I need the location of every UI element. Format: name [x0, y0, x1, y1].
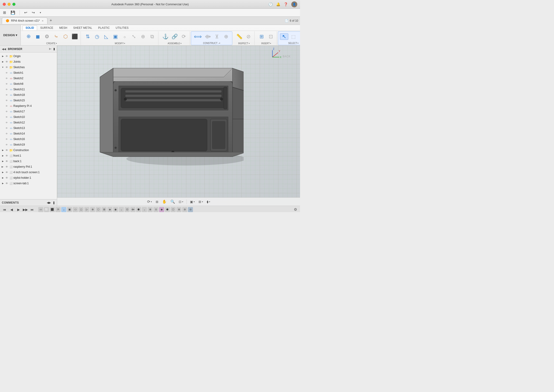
assemble-motion-button[interactable]: ⟳ [180, 34, 188, 40]
play-button[interactable]: ▶ [16, 207, 21, 212]
browser-item-back-1[interactable]: ▶ 👁 ⬜ back:1 [0, 158, 57, 164]
tab-utilities[interactable]: UTILITIES [113, 26, 131, 30]
origin-eye[interactable]: 👁 [5, 55, 9, 58]
create-box-button[interactable]: ⬛ [70, 34, 79, 40]
sketch11-eye[interactable]: 👁 [5, 88, 9, 91]
pb-action-20[interactable]: ⊗ [148, 207, 153, 212]
rewind-to-start-button[interactable]: ⏮ [2, 207, 7, 212]
pb-action-16[interactable]: ⊡ [125, 207, 130, 212]
pb-action-21[interactable]: ⊙ [153, 207, 159, 212]
construction-eye[interactable]: 👁 [5, 149, 9, 152]
zoom-fit-button[interactable]: ⊡ ▾ [177, 199, 185, 204]
comments-label[interactable]: COMMENTS [2, 201, 19, 204]
modify-group-label[interactable]: MODIFY ▾ [115, 42, 125, 45]
tab-solid[interactable]: SOLID [23, 25, 37, 30]
maximize-button[interactable] [13, 3, 15, 6]
browser-item-sketch13[interactable]: 👁 ▭ Sketch13 [0, 125, 57, 131]
close-button[interactable] [3, 3, 6, 6]
select-button[interactable]: ↖ [280, 33, 288, 40]
construct-midplane-button[interactable]: ⊻ [213, 34, 221, 40]
pb-action-4[interactable]: ⟳ [55, 207, 61, 212]
pb-action-2[interactable]: ⬜ [44, 207, 49, 212]
pb-action-13[interactable]: ◈ [107, 207, 112, 212]
inspect-interference-button[interactable]: ⊘ [244, 34, 253, 40]
joints-eye[interactable]: 👁 [5, 60, 9, 63]
browser-item-screen-tab-1[interactable]: ▶ 👁 ⬜ screen-tab:1 [0, 181, 57, 186]
pb-action-9[interactable]: ▷ [84, 207, 89, 212]
assemble-group-label[interactable]: ASSEMBLE ▾ [168, 42, 181, 45]
create-sweep-button[interactable]: ⤷ [52, 34, 60, 40]
browser-item-raspberry-pi4[interactable]: 👁 ▭ Raspberry Pi 4 [0, 103, 57, 109]
redo-button[interactable]: ↪ [31, 10, 36, 15]
zoom-button[interactable]: 🔍 [169, 199, 176, 204]
inspect-group-label[interactable]: INSPECT ▾ [238, 42, 249, 45]
design-menu-button[interactable]: DESIGN ▾ [0, 25, 21, 45]
sketch14-eye[interactable]: 👁 [5, 133, 9, 135]
modify-press-pull-button[interactable]: ⇅ [83, 34, 92, 40]
browser-item-sketch2[interactable]: 👁 ▭ Sketch2 [0, 76, 57, 81]
create-group-label[interactable]: CREATE ▾ [46, 42, 57, 45]
undo-button[interactable]: ↩ [23, 10, 28, 15]
help-icon[interactable]: ❓ [284, 2, 288, 7]
modify-fillet-button[interactable]: ◷ [93, 34, 101, 40]
construct-offset-plane-button[interactable]: ⟺ [193, 33, 203, 40]
browser-item-sketch14[interactable]: 👁 ▭ Sketch14 [0, 131, 57, 136]
construct-angle-plane-button[interactable]: ⟴ [204, 34, 212, 40]
pb-action-14[interactable]: ◉ [113, 207, 118, 212]
create-new-component-button[interactable]: ⊕ [24, 33, 33, 40]
browser-item-sketch8[interactable]: 👁 ▭ Sketch8 [0, 81, 57, 87]
sketch13-eye[interactable]: 👁 [5, 127, 9, 129]
construct-group-label[interactable]: CONSTRUCT - ▾ [203, 42, 220, 44]
save-button[interactable]: 💾 [9, 10, 16, 15]
orbit-button[interactable]: ⟳ ▾ [146, 199, 153, 204]
construct-axis-button[interactable]: ⊕ [222, 34, 230, 40]
browser-item-touchscreen-1[interactable]: ▶ 👁 ⬜ 4 inch touch screen:1 [0, 169, 57, 175]
browser-item-sketch19[interactable]: 👁 ▭ Sketch19 [0, 142, 57, 147]
pb-action-6[interactable]: ▣ [67, 207, 72, 212]
pb-action-12[interactable]: ⊞ [102, 207, 107, 212]
browser-back-icon[interactable]: ◀◀ [2, 48, 6, 51]
fast-forward-button[interactable]: ⏭ [29, 207, 35, 212]
tab-close-button[interactable]: ✕ [42, 20, 43, 22]
active-tab[interactable]: 🟠 RPi4 4inch screen v21* ✕ [2, 18, 48, 24]
step-back-button[interactable]: ◀ [9, 207, 14, 212]
browser-item-sketches[interactable]: ▼ 👁 📁 Sketches [0, 64, 57, 70]
sketch8-eye[interactable]: 👁 [5, 83, 9, 85]
pb-action-15[interactable]: ⬦ [119, 207, 124, 212]
tab-plastic[interactable]: PLASTIC [95, 26, 112, 30]
pan-button[interactable]: ✋ [161, 199, 168, 204]
step-forward-button[interactable]: ▶▶ [23, 207, 28, 212]
browser-item-origin[interactable]: ▶ 👁 📁 Origin [0, 53, 57, 59]
minimize-button[interactable] [7, 3, 11, 6]
pb-action-7[interactable]: ⬭ [73, 207, 78, 212]
window-select-button[interactable]: ⧈ [298, 34, 300, 39]
sketch19-eye[interactable]: 👁 [5, 143, 9, 146]
back-1-eye[interactable]: 👁 [5, 160, 9, 163]
front-1-eye[interactable]: 👁 [5, 154, 9, 157]
stylist-1-eye[interactable]: 👁 [5, 176, 9, 179]
touchscreen-1-eye[interactable]: 👁 [5, 171, 9, 174]
sketch2-eye[interactable]: 👁 [5, 77, 9, 80]
redo-dropdown-button[interactable]: ▼ [38, 11, 43, 14]
pb-action-18[interactable]: ⬣ [136, 207, 141, 212]
browser-item-construction[interactable]: ▶ 👁 📁 Construction [0, 147, 57, 153]
pb-action-19[interactable]: ⬩ [142, 207, 147, 212]
browser-item-sketch1[interactable]: 👁 ▭ Sketch1 [0, 70, 57, 76]
browser-item-sketch10[interactable]: 👁 ▭ Sketch10 [0, 114, 57, 120]
browser-item-sketch11[interactable]: 👁 ▭ Sketch11 [0, 87, 57, 92]
browser-item-sketch17[interactable]: 👁 ▭ Sketch17 [0, 109, 57, 114]
pb-action-27[interactable]: ⊝ [188, 207, 193, 212]
browser-item-front-1[interactable]: ▶ 👁 ⬜ front:1 [0, 153, 57, 158]
browser-item-sketch16[interactable]: 👁 ▭ Sketch16 [0, 136, 57, 142]
assemble-rigid-button[interactable]: 🔗 [170, 34, 179, 40]
sketch18-eye[interactable]: 👁 [5, 94, 9, 96]
pb-action-1[interactable]: ▭ [38, 207, 43, 212]
modify-draft-button[interactable]: ⬦ [120, 34, 129, 40]
raspberry-pi4-eye[interactable]: 👁 [5, 105, 9, 107]
sketch16-eye[interactable]: 👁 [5, 138, 9, 140]
browser-item-sketch18[interactable]: 👁 ▭ Sketch18 [0, 92, 57, 98]
inspect-measure-button[interactable]: 📏 [235, 34, 243, 40]
sketch10-eye[interactable]: 👁 [5, 116, 9, 118]
pb-action-24[interactable]: ⬠ [171, 207, 176, 212]
browser-item-sketch15[interactable]: 👁 ▭ Sketch15 [0, 98, 57, 103]
